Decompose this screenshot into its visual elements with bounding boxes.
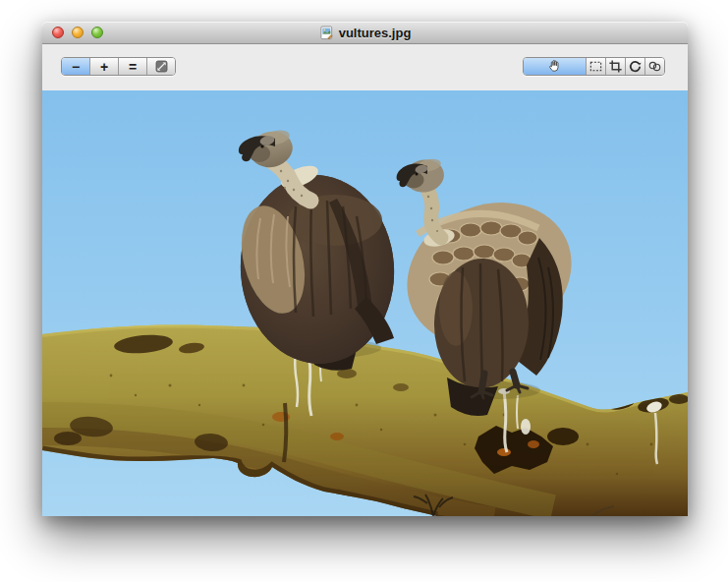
crop-icon xyxy=(608,59,623,74)
rotate-tool-button[interactable] xyxy=(625,58,644,75)
tools-segmented-control xyxy=(523,57,665,76)
crop-tool-button[interactable] xyxy=(605,58,625,75)
scale-to-fit-button[interactable] xyxy=(146,58,175,75)
zoom-segmented-control: − + = xyxy=(61,57,176,76)
minimize-button[interactable] xyxy=(72,27,84,38)
zoom-in-button[interactable]: + xyxy=(89,58,118,75)
image-file-icon xyxy=(319,26,334,40)
actual-size-button[interactable]: = xyxy=(118,58,146,75)
selection-rectangle-icon xyxy=(588,59,603,74)
traffic-lights xyxy=(52,27,103,38)
hand-icon xyxy=(547,59,562,74)
titlebar[interactable]: vultures.jpg xyxy=(42,22,688,44)
scale-icon xyxy=(155,60,168,73)
window-title-text: vultures.jpg xyxy=(339,26,412,40)
zoom-out-button[interactable]: − xyxy=(62,58,89,75)
toolbar: − + = xyxy=(42,44,688,90)
zoom-button[interactable] xyxy=(91,27,103,38)
rotate-icon xyxy=(628,59,643,74)
photo-vultures[interactable] xyxy=(42,90,688,516)
image-viewer-window: vultures.jpg − + = xyxy=(42,22,688,516)
overlapping-circles-icon xyxy=(647,59,662,74)
window-title: vultures.jpg xyxy=(319,26,412,40)
close-button[interactable] xyxy=(52,27,64,38)
select-tool-button[interactable] xyxy=(586,58,605,75)
move-tool-button[interactable] xyxy=(524,58,586,75)
desktop: vultures.jpg − + = xyxy=(0,0,728,582)
extract-tool-button[interactable] xyxy=(644,58,664,75)
